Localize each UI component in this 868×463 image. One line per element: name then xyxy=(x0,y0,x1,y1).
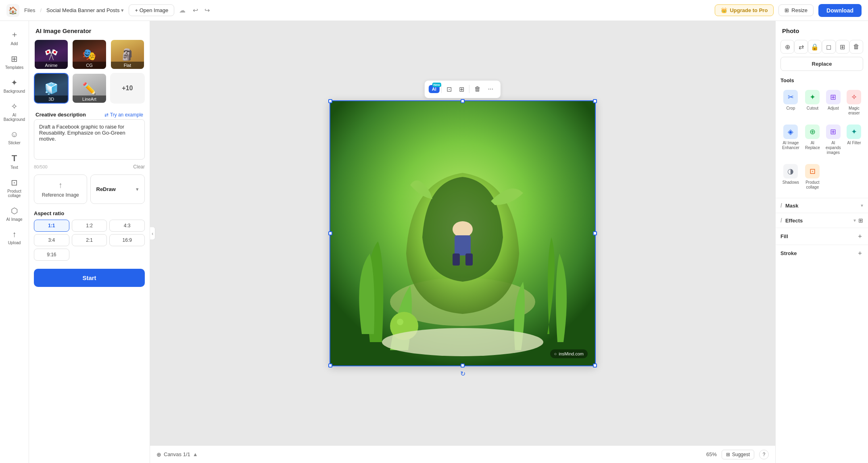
aspect-1-1[interactable]: 1:1 xyxy=(34,220,69,232)
sidebar-item-ai-background-label: AI Background xyxy=(4,113,25,122)
sidebar-item-text-label: Text xyxy=(10,165,18,170)
canvas-image-inner: ○ insMind.com xyxy=(330,100,596,366)
canvas-image[interactable]: ○ insMind.com xyxy=(330,100,596,366)
tool-crop[interactable]: ✂ Crop xyxy=(780,87,801,119)
tool-adjust[interactable]: ⊞ Adjust xyxy=(824,87,843,119)
float-delete-button[interactable]: 🗑 xyxy=(471,83,484,95)
aspect-ratio-section: Aspect ratio 1:1 1:2 4:3 3:4 2:1 16:9 9:… xyxy=(29,209,150,266)
ai-background-icon: ✧ xyxy=(11,102,18,111)
effects-label: Effects xyxy=(785,218,803,224)
try-example-button[interactable]: ⇄ Try an example xyxy=(104,112,143,118)
float-toolbar: AI New ⊡ ⊞ 🗑 ··· xyxy=(424,80,501,98)
start-button[interactable]: Start xyxy=(34,269,145,287)
files-link[interactable]: Files xyxy=(24,7,35,13)
effects-icon: / xyxy=(780,217,782,224)
tool-ai-filter[interactable]: ✦ AI Filter xyxy=(845,121,863,158)
description-textarea[interactable]: Draft a Facebook graphic to raise for Re… xyxy=(34,119,145,160)
photo-layers-button[interactable]: ⊕ xyxy=(780,40,794,54)
resize-button[interactable]: ⊞ Resize xyxy=(778,4,814,16)
style-card-anime[interactable]: 🎌 Anime xyxy=(34,39,69,70)
style-card-3d-label: 3D xyxy=(35,96,68,103)
aspect-16-9[interactable]: 16:9 xyxy=(109,234,145,246)
replace-button[interactable]: Replace xyxy=(780,57,863,71)
magic-eraser-label: Magic eraser xyxy=(847,106,862,116)
photo-delete-button[interactable]: 🗑 xyxy=(849,40,863,54)
tool-magic-eraser[interactable]: ✧ Magic eraser xyxy=(845,87,863,119)
upgrade-button[interactable]: 👑 Upgrade to Pro xyxy=(715,4,774,16)
magic-eraser-icon: ✧ xyxy=(847,90,861,104)
ai-tool-button[interactable]: AI New xyxy=(429,85,440,93)
effects-tune-icon[interactable]: ⊞ xyxy=(858,217,863,224)
mask-section[interactable]: / Mask ▾ xyxy=(776,198,868,213)
sidebar-item-templates[interactable]: ⊞ Templates xyxy=(2,51,27,73)
aspect-1-2[interactable]: 1:2 xyxy=(72,220,107,232)
tool-ai-expands[interactable]: ⊞ AI expands images xyxy=(824,121,843,158)
textarea-wrap: Draft a Facebook graphic to raise for Re… xyxy=(29,119,150,164)
cloud-icon[interactable]: ☁ xyxy=(179,6,186,14)
new-badge: New xyxy=(432,83,441,87)
photo-lock-button[interactable]: 🔒 xyxy=(808,40,822,54)
stroke-section[interactable]: Stroke ＋ xyxy=(776,245,868,262)
right-panel-header: Photo xyxy=(776,21,868,38)
sidebar-item-add[interactable]: ＋ Add xyxy=(2,26,27,49)
fill-add-icon[interactable]: ＋ xyxy=(857,232,863,241)
help-button[interactable]: ? xyxy=(759,450,769,459)
float-more-button[interactable]: ··· xyxy=(485,83,497,95)
aspect-2-1[interactable]: 2:1 xyxy=(72,234,107,246)
undo-button[interactable]: ↩ xyxy=(190,5,200,16)
canvas-info: ⊕ Canvas 1/1 ▲ xyxy=(156,451,198,458)
redo-button[interactable]: ↪ xyxy=(202,5,212,16)
style-card-flat[interactable]: 🗿 Flat xyxy=(110,39,145,70)
watermark-icon: ○ xyxy=(554,351,557,356)
photo-mask-button[interactable]: ◻ xyxy=(822,40,836,54)
clear-button[interactable]: Clear xyxy=(133,164,145,170)
sidebar-item-sticker[interactable]: ☺ Sticker xyxy=(2,127,27,148)
rotate-handle[interactable]: ↻ xyxy=(460,370,465,378)
photo-duplicate-button[interactable]: ⊞ xyxy=(836,40,849,54)
redraw-label: ReDraw xyxy=(96,186,116,192)
aspect-9-16[interactable]: 9:16 xyxy=(34,249,69,261)
sidebar-item-upload-label: Upload xyxy=(8,241,21,245)
tool-shadows[interactable]: ◑ Shadows xyxy=(780,161,801,193)
float-layers-button[interactable]: ⊡ xyxy=(443,83,455,96)
style-card-lineart[interactable]: ✏️ LineArt xyxy=(72,73,106,104)
effects-section[interactable]: / Effects ▾ ⊞ xyxy=(776,213,868,228)
style-more-button[interactable]: +10 xyxy=(110,73,145,104)
logo-button[interactable]: 🏠 xyxy=(6,4,19,17)
photo-flip-button[interactable]: ⇄ xyxy=(794,40,808,54)
stroke-add-icon[interactable]: ＋ xyxy=(857,249,863,257)
collapse-panel-button[interactable]: ‹ xyxy=(150,226,155,240)
suggest-button[interactable]: ⊞ Suggest xyxy=(722,450,754,459)
sidebar-item-upload[interactable]: ↑ Upload xyxy=(2,226,27,248)
project-name: Social Media Banner and Posts xyxy=(46,7,119,13)
style-card-cg-label: CG xyxy=(73,62,106,69)
sidebar-item-sticker-label: Sticker xyxy=(8,141,21,145)
open-image-button[interactable]: + Open Image xyxy=(129,4,174,16)
ai-expands-icon: ⊞ xyxy=(826,125,841,139)
sidebar-item-ai-image[interactable]: ⬡ AI Image xyxy=(2,203,27,225)
float-duplicate-button[interactable]: ⊞ xyxy=(456,83,467,96)
redraw-card[interactable]: ReDraw ▾ xyxy=(90,174,145,204)
sidebar-item-ai-background[interactable]: ✧ AI Background xyxy=(2,98,27,125)
style-card-3d[interactable]: 🧊 3D xyxy=(34,73,69,104)
style-card-cg[interactable]: 🎭 CG xyxy=(72,39,106,70)
tool-ai-replace[interactable]: ⊕ AI Replace xyxy=(803,121,822,158)
topbar: 🏠 Files / Social Media Banner and Posts … xyxy=(0,0,868,21)
aspect-3-4[interactable]: 3:4 xyxy=(34,234,69,246)
aspect-4-3[interactable]: 4:3 xyxy=(109,220,145,232)
project-selector[interactable]: Social Media Banner and Posts ▾ xyxy=(46,7,124,13)
templates-icon: ⊞ xyxy=(11,54,18,64)
download-button[interactable]: Download xyxy=(818,4,862,17)
background-icon: ✦ xyxy=(11,78,18,87)
sidebar-item-text[interactable]: T Text xyxy=(2,150,27,173)
tool-ai-image-enhancer[interactable]: ◈ AI Image Enhancer xyxy=(780,121,801,158)
fill-section[interactable]: Fill ＋ xyxy=(776,228,868,245)
shadows-label: Shadows xyxy=(782,180,799,185)
canvas-scroll[interactable]: ‹ AI New ⊡ ⊞ 🗑 ··· xyxy=(150,21,775,445)
tool-product-collage[interactable]: ⊡ Product collage xyxy=(803,161,822,193)
tool-cutout[interactable]: ✦ Cutout xyxy=(803,87,822,119)
reference-image-card[interactable]: ↑ Reference Image xyxy=(34,174,87,204)
ai-filter-label: AI Filter xyxy=(847,141,861,145)
sidebar-item-product-collage[interactable]: ⊡ Product collage xyxy=(2,174,27,201)
sidebar-item-background[interactable]: ✦ Background xyxy=(2,75,27,97)
